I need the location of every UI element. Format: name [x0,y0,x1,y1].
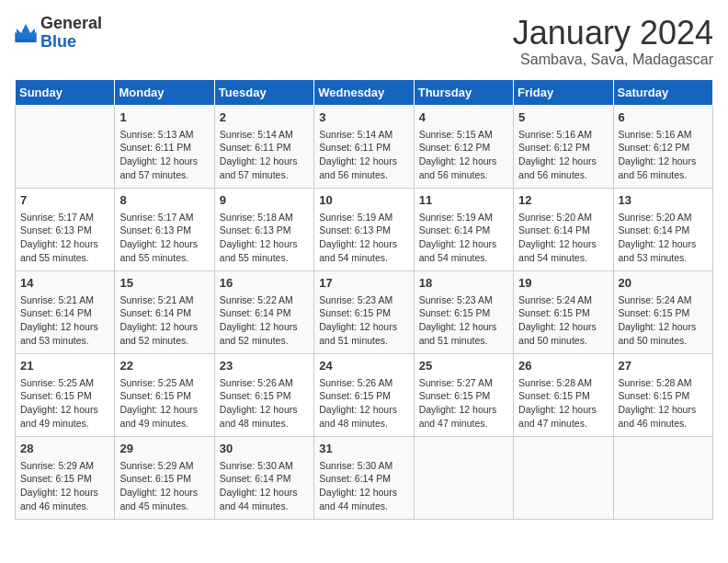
logo-icon [15,24,37,42]
header-monday: Monday [115,79,214,105]
day-cell: 6Sunrise: 5:16 AM Sunset: 6:12 PM Daylig… [613,105,712,188]
header-tuesday: Tuesday [214,79,313,105]
day-cell: 31Sunrise: 5:30 AM Sunset: 6:14 PM Dayli… [314,436,414,519]
day-info: Sunrise: 5:21 AM Sunset: 6:14 PM Dayligh… [20,293,109,348]
week-row-3: 14Sunrise: 5:21 AM Sunset: 6:14 PM Dayli… [16,270,713,353]
week-row-2: 7Sunrise: 5:17 AM Sunset: 6:13 PM Daylig… [16,188,713,270]
day-info: Sunrise: 5:16 AM Sunset: 6:12 PM Dayligh… [518,128,608,182]
day-cell: 22Sunrise: 5:25 AM Sunset: 6:15 PM Dayli… [115,353,214,436]
day-info: Sunrise: 5:23 AM Sunset: 6:15 PM Dayligh… [319,293,408,348]
day-number: 17 [319,275,408,292]
day-info: Sunrise: 5:18 AM Sunset: 6:13 PM Dayligh… [220,211,309,265]
day-number: 4 [419,109,508,126]
day-cell: 1Sunrise: 5:13 AM Sunset: 6:11 PM Daylig… [115,105,214,188]
day-cell: 29Sunrise: 5:29 AM Sunset: 6:15 PM Dayli… [115,436,214,519]
day-number: 18 [419,275,508,292]
week-row-4: 21Sunrise: 5:25 AM Sunset: 6:15 PM Dayli… [16,353,713,436]
day-number: 7 [20,192,109,209]
day-info: Sunrise: 5:19 AM Sunset: 6:14 PM Dayligh… [419,211,508,265]
day-cell: 8Sunrise: 5:17 AM Sunset: 6:13 PM Daylig… [115,188,214,270]
day-cell [613,436,712,519]
day-number: 29 [119,441,209,457]
logo-general: General [40,15,102,33]
day-number: 16 [220,275,309,292]
day-info: Sunrise: 5:21 AM Sunset: 6:14 PM Dayligh… [119,293,209,348]
day-cell [16,105,115,188]
day-cell [514,436,613,519]
logo: General Blue [15,15,102,52]
day-number: 28 [20,441,109,457]
day-cell: 10Sunrise: 5:19 AM Sunset: 6:13 PM Dayli… [314,188,414,270]
day-info: Sunrise: 5:20 AM Sunset: 6:14 PM Dayligh… [518,211,608,265]
day-number: 1 [119,109,209,126]
day-number: 23 [220,358,309,374]
day-cell: 30Sunrise: 5:30 AM Sunset: 6:14 PM Dayli… [214,436,313,519]
day-number: 27 [619,358,708,374]
day-cell: 17Sunrise: 5:23 AM Sunset: 6:15 PM Dayli… [314,270,414,353]
day-number: 20 [619,275,708,292]
day-info: Sunrise: 5:28 AM Sunset: 6:15 PM Dayligh… [518,376,608,431]
day-cell: 24Sunrise: 5:26 AM Sunset: 6:15 PM Dayli… [314,353,414,436]
day-number: 15 [119,275,209,292]
day-cell: 7Sunrise: 5:17 AM Sunset: 6:13 PM Daylig… [16,188,115,270]
day-cell: 11Sunrise: 5:19 AM Sunset: 6:14 PM Dayli… [414,188,513,270]
day-info: Sunrise: 5:26 AM Sunset: 6:15 PM Dayligh… [319,376,408,431]
day-info: Sunrise: 5:19 AM Sunset: 6:13 PM Dayligh… [319,211,408,265]
day-cell: 12Sunrise: 5:20 AM Sunset: 6:14 PM Dayli… [514,188,613,270]
day-info: Sunrise: 5:15 AM Sunset: 6:12 PM Dayligh… [419,128,508,182]
day-cell: 13Sunrise: 5:20 AM Sunset: 6:14 PM Dayli… [613,188,712,270]
day-number: 13 [619,192,708,209]
day-number: 31 [319,441,408,457]
day-cell: 21Sunrise: 5:25 AM Sunset: 6:15 PM Dayli… [16,353,115,436]
day-cell: 20Sunrise: 5:24 AM Sunset: 6:15 PM Dayli… [613,270,712,353]
day-number: 3 [319,109,408,126]
day-number: 30 [220,441,309,457]
day-number: 5 [518,109,608,126]
day-info: Sunrise: 5:24 AM Sunset: 6:15 PM Dayligh… [518,293,608,348]
day-cell: 26Sunrise: 5:28 AM Sunset: 6:15 PM Dayli… [514,353,613,436]
title-block: January 2024 Sambava, Sava, Madagascar [513,15,713,68]
day-info: Sunrise: 5:23 AM Sunset: 6:15 PM Dayligh… [419,293,508,348]
day-number: 2 [220,109,309,126]
day-info: Sunrise: 5:17 AM Sunset: 6:13 PM Dayligh… [119,211,209,265]
day-info: Sunrise: 5:24 AM Sunset: 6:15 PM Dayligh… [619,293,708,348]
header-sunday: Sunday [16,79,115,105]
day-number: 26 [518,358,608,374]
header-wednesday: Wednesday [314,79,414,105]
calendar-table: Sunday Monday Tuesday Wednesday Thursday… [15,79,713,520]
day-cell: 23Sunrise: 5:26 AM Sunset: 6:15 PM Dayli… [214,353,313,436]
week-row-5: 28Sunrise: 5:29 AM Sunset: 6:15 PM Dayli… [16,436,713,519]
day-cell: 5Sunrise: 5:16 AM Sunset: 6:12 PM Daylig… [514,105,613,188]
day-cell: 28Sunrise: 5:29 AM Sunset: 6:15 PM Dayli… [16,436,115,519]
day-info: Sunrise: 5:14 AM Sunset: 6:11 PM Dayligh… [319,128,408,182]
day-number: 22 [119,358,209,374]
day-number: 10 [319,192,408,209]
day-cell: 2Sunrise: 5:14 AM Sunset: 6:11 PM Daylig… [214,105,313,188]
day-cell [414,436,513,519]
day-cell: 18Sunrise: 5:23 AM Sunset: 6:15 PM Dayli… [414,270,513,353]
day-cell: 27Sunrise: 5:28 AM Sunset: 6:15 PM Dayli… [613,353,712,436]
header-row: Sunday Monday Tuesday Wednesday Thursday… [16,79,713,105]
day-info: Sunrise: 5:17 AM Sunset: 6:13 PM Dayligh… [20,211,109,265]
day-number: 19 [518,275,608,292]
day-info: Sunrise: 5:30 AM Sunset: 6:14 PM Dayligh… [319,459,408,513]
day-cell: 4Sunrise: 5:15 AM Sunset: 6:12 PM Daylig… [414,105,513,188]
day-info: Sunrise: 5:20 AM Sunset: 6:14 PM Dayligh… [619,211,708,265]
header-friday: Friday [514,79,613,105]
day-number: 14 [20,275,109,292]
day-number: 8 [119,192,209,209]
day-info: Sunrise: 5:13 AM Sunset: 6:11 PM Dayligh… [119,128,209,182]
day-info: Sunrise: 5:27 AM Sunset: 6:15 PM Dayligh… [419,376,508,431]
page-header: General Blue January 2024 Sambava, Sava,… [15,15,713,68]
day-info: Sunrise: 5:29 AM Sunset: 6:15 PM Dayligh… [20,459,109,513]
day-cell: 16Sunrise: 5:22 AM Sunset: 6:14 PM Dayli… [214,270,313,353]
day-cell: 14Sunrise: 5:21 AM Sunset: 6:14 PM Dayli… [16,270,115,353]
day-cell: 25Sunrise: 5:27 AM Sunset: 6:15 PM Dayli… [414,353,513,436]
logo-blue: Blue [40,33,102,52]
day-number: 12 [518,192,608,209]
logo-text: General Blue [40,15,102,52]
day-number: 24 [319,358,408,374]
day-info: Sunrise: 5:14 AM Sunset: 6:11 PM Dayligh… [220,128,309,182]
day-info: Sunrise: 5:22 AM Sunset: 6:14 PM Dayligh… [220,293,309,348]
calendar-title: January 2024 [513,15,713,52]
